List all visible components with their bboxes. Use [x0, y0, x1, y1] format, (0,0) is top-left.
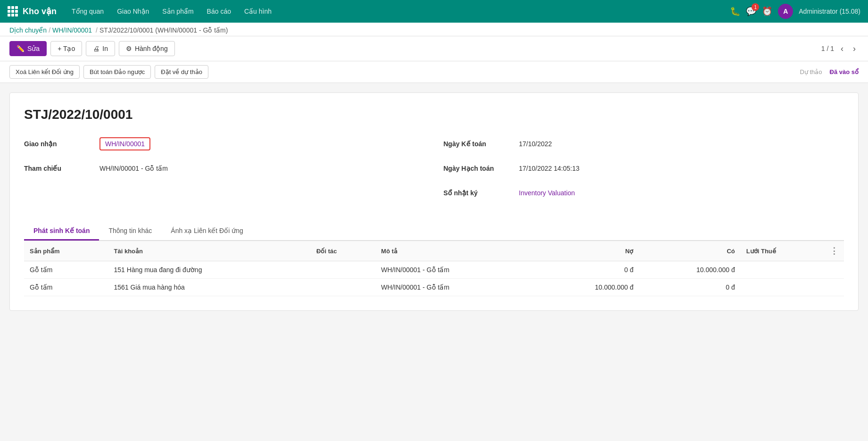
tab-anh-xa[interactable]: Ánh xạ Liên kết Đối ứng [161, 222, 253, 241]
col-no: Nợ [537, 241, 639, 261]
brand-name: Kho vận [23, 6, 57, 17]
main-content: STJ/2022/10/0001 Giao nhận WH/IN/00001 T… [0, 83, 868, 320]
table-row: Gỗ tấm 1561 Giá mua hàng hóa WH/IN/00001… [24, 279, 844, 296]
col-co: Có [639, 241, 740, 261]
giao-nhan-link[interactable]: WH/IN/00001 [105, 140, 145, 148]
table-options-icon[interactable]: ⋮ [830, 246, 838, 256]
row1-doi-tac [311, 261, 375, 279]
row1-menu [824, 261, 844, 279]
edit-icon: ✏️ [17, 45, 25, 52]
journal-table: Sản phẩm Tài khoản Đối tác Mô tả Nợ Có L… [24, 241, 844, 296]
but-toan-dao-nguoc-button[interactable]: Bút toán Đảo ngược [83, 65, 151, 79]
giao-nhan-value[interactable]: WH/IN/00001 [99, 137, 150, 150]
tham-chieu-value: WH/IN/00001 - Gỗ tấm [99, 165, 168, 172]
breadcrumb-current: STJ/2022/10/0001 (WH/IN/00001 - Gỗ tấm) [99, 26, 228, 34]
row2-san-pham: Gỗ tấm [24, 279, 108, 296]
col-mo-ta: Mô tả [375, 241, 537, 261]
pagination-text: 1 / 1 [821, 45, 834, 52]
create-button[interactable]: + Tạo [50, 41, 82, 56]
top-navigation: Kho vận Tổng quan Giao Nhận Sản phẩm Báo… [0, 0, 868, 23]
print-icon: 🖨 [93, 45, 99, 52]
row1-co: 10.000.000 đ [639, 261, 740, 279]
pagination: 1 / 1 ‹ › [821, 43, 859, 55]
breadcrumb-wh-in[interactable]: WH/IN/00001 [52, 26, 92, 34]
row2-tai-khoan: 1561 Giá mua hàng hóa [108, 279, 311, 296]
table-row: Gỗ tấm 151 Hàng mua đang đi đường WH/IN/… [24, 261, 844, 279]
breadcrumb-sep-2: / [96, 26, 98, 34]
avatar[interactable]: A [778, 4, 793, 19]
bug-icon[interactable]: 🐛 [730, 6, 740, 17]
toolbar: ✏️ Sửa + Tạo 🖨 In ⚙ Hành động 1 / 1 ‹ › [0, 36, 868, 61]
tabs: Phát sinh Kế toán Thông tin khác Ánh xạ … [24, 222, 844, 241]
fields-left: Giao nhận WH/IN/00001 Tham chiếu WH/IN/0… [24, 135, 425, 209]
ngay-hach-toan-label: Ngày Hạch toán [444, 165, 519, 172]
action-label: Hành động [135, 45, 168, 52]
nav-right: 🐛 💬 1 ⏰ A Administrator (15.08) [730, 4, 860, 19]
breadcrumb-dich-chuyen[interactable]: Dịch chuyển [9, 26, 47, 34]
col-san-pham: Sản phẩm [24, 241, 108, 261]
giao-nhan-label: Giao nhận [24, 140, 99, 148]
notification-badge: 1 [752, 3, 759, 11]
form-card: STJ/2022/10/0001 Giao nhận WH/IN/00001 T… [9, 92, 859, 311]
print-button[interactable]: 🖨 In [86, 41, 115, 56]
status-draft: Dự thảo [800, 68, 822, 75]
breadcrumb-sep-1: / [49, 26, 50, 34]
app-grid-icon[interactable] [8, 6, 18, 17]
breadcrumb-bar: Dịch chuyển / WH/IN/00001 / STJ/2022/10/… [0, 23, 868, 36]
ngay-ke-toan-value: 17/10/2022 [519, 140, 552, 148]
next-page-button[interactable]: › [850, 43, 859, 55]
fields-section: Giao nhận WH/IN/00001 Tham chiếu WH/IN/0… [24, 135, 844, 209]
fields-right: Ngày Kế toán 17/10/2022 Ngày Hạch toán 1… [444, 135, 844, 209]
status-bar: Dự thảo Đã vào sổ [800, 68, 859, 75]
status-posted: Đã vào sổ [830, 68, 859, 75]
edit-label: Sửa [27, 45, 40, 52]
xoa-lien-ket-button[interactable]: Xoá Liên kết Đối ứng [9, 65, 80, 79]
user-name[interactable]: Administrator (15.08) [799, 8, 860, 15]
ngay-ke-toan-field: Ngày Kế toán 17/10/2022 [444, 135, 844, 152]
menu-san-pham[interactable]: Sản phẩm [157, 5, 199, 18]
so-nhat-ky-value[interactable]: Inventory Valuation [519, 189, 575, 197]
tab-thong-tin[interactable]: Thông tin khác [99, 222, 161, 241]
row2-doi-tac [311, 279, 375, 296]
col-actions: ⋮ [824, 241, 844, 261]
ngay-ke-toan-label: Ngày Kế toán [444, 140, 519, 148]
row2-no: 10.000.000 đ [537, 279, 639, 296]
logo-area[interactable]: Kho vận [8, 6, 57, 17]
edit-button[interactable]: ✏️ Sửa [9, 41, 47, 56]
menu-giao-nhan[interactable]: Giao Nhận [111, 5, 155, 18]
col-doi-tac: Đối tác [311, 241, 375, 261]
row1-san-pham: Gỗ tấm [24, 261, 108, 279]
row1-mo-ta: WH/IN/00001 - Gỗ tấm [375, 261, 537, 279]
row2-mo-ta: WH/IN/00001 - Gỗ tấm [375, 279, 537, 296]
gear-icon: ⚙ [126, 45, 132, 52]
dat-ve-du-thao-button[interactable]: Đặt về dự thảo [155, 65, 208, 79]
clock-icon[interactable]: ⏰ [762, 6, 772, 17]
prev-page-button[interactable]: ‹ [838, 43, 846, 55]
row1-no: 0 đ [537, 261, 639, 279]
menu-cau-hinh[interactable]: Cấu hình [239, 5, 277, 18]
action-button[interactable]: ⚙ Hành động [119, 41, 175, 56]
so-nhat-ky-field: Sổ nhật ký Inventory Valuation [444, 184, 844, 201]
row2-menu [824, 279, 844, 296]
row1-luoi-thue [741, 261, 824, 279]
tham-chieu-field: Tham chiếu WH/IN/00001 - Gỗ tấm [24, 160, 425, 177]
giao-nhan-field: Giao nhận WH/IN/00001 [24, 135, 425, 152]
tham-chieu-label: Tham chiếu [24, 165, 99, 172]
row2-co: 0 đ [639, 279, 740, 296]
tab-phat-sinh[interactable]: Phát sinh Kế toán [24, 222, 99, 241]
chat-icon[interactable]: 💬 1 [746, 6, 756, 17]
ngay-hach-toan-field: Ngày Hạch toán 17/10/2022 14:05:13 [444, 160, 844, 177]
action-bar: Xoá Liên kết Đối ứng Bút toán Đảo ngược … [0, 61, 868, 83]
form-title: STJ/2022/10/0001 [24, 107, 844, 122]
ngay-hach-toan-value: 17/10/2022 14:05:13 [519, 165, 579, 172]
col-tai-khoan: Tài khoản [108, 241, 311, 261]
so-nhat-ky-label: Sổ nhật ký [444, 189, 519, 197]
breadcrumb: Dịch chuyển / WH/IN/00001 / STJ/2022/10/… [9, 26, 859, 34]
create-label: + Tạo [58, 45, 75, 52]
main-menu: Tổng quan Giao Nhận Sản phẩm Báo cáo Cấu… [66, 5, 730, 18]
col-luoi-thue: Lưới Thuế [741, 241, 824, 261]
row1-tai-khoan: 151 Hàng mua đang đi đường [108, 261, 311, 279]
menu-bao-cao[interactable]: Báo cáo [201, 5, 237, 18]
menu-tong-quan[interactable]: Tổng quan [66, 5, 109, 18]
print-label: In [102, 45, 108, 52]
